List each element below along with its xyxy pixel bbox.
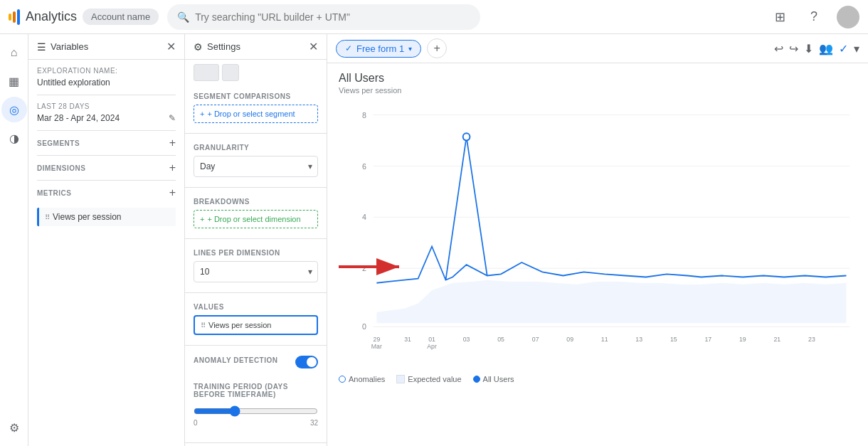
check-circle-button[interactable]: ✓	[839, 42, 848, 55]
settings-close-button[interactable]: ✕	[309, 40, 318, 53]
user-avatar[interactable]	[837, 6, 859, 28]
share-users-button[interactable]: 👥	[819, 42, 833, 55]
drop-dimension-plus-icon: +	[200, 215, 204, 223]
tab-dropdown-icon: ▾	[408, 45, 412, 53]
svg-rect-1	[339, 100, 857, 371]
training-period-labels: 0 32	[194, 419, 318, 427]
variables-panel-header: ☰ Variables ✕	[28, 34, 184, 60]
value-drag-icon: ⠿	[201, 322, 206, 329]
anomaly-detection-row: ANOMALY DETECTION	[194, 356, 318, 368]
chart-area: ✓ Free form 1 ▾ + ↩ ↪ ⬇ 👥 ✓ ▾ All Users …	[327, 34, 868, 446]
svg-text:0: 0	[362, 322, 366, 331]
metric-item-views-per-session[interactable]: ⠿ Views per session	[37, 208, 176, 226]
svg-text:23: 23	[808, 336, 815, 343]
chart-svg-container: 8 6 4 2 0 29 Mar 31	[339, 100, 857, 371]
svg-text:03: 03	[463, 336, 470, 343]
svg-point-12	[463, 133, 470, 140]
app-title: Analytics	[26, 9, 77, 24]
settings-gear-icon: ⚙	[194, 41, 203, 53]
chart-toolbar: ✓ Free form 1 ▾ + ↩ ↪ ⬇ 👥 ✓ ▾	[327, 34, 868, 63]
chart-tab-freeform1[interactable]: ✓ Free form 1 ▾	[336, 40, 421, 58]
svg-text:09: 09	[566, 336, 573, 343]
values-section: VALUES ⠿ Views per session	[185, 296, 327, 342]
tab-check-icon: ✓	[345, 43, 352, 53]
svg-text:Mar: Mar	[371, 343, 382, 350]
account-selector[interactable]: Account name	[83, 9, 159, 25]
training-period-section: TRAINING PERIOD (DAYS BEFORE TIMEFRAME) …	[185, 376, 327, 440]
svg-text:2: 2	[362, 264, 366, 272]
chart-title: All Users	[339, 72, 857, 85]
nav-reports-icon[interactable]: ▦	[1, 68, 27, 94]
value-item-zone[interactable]: ⠿ Views per session	[194, 315, 318, 335]
grid-icon-button[interactable]: ⊞	[768, 6, 791, 28]
training-period-slider[interactable]	[194, 405, 318, 417]
settings-panel-header: ⚙ Settings ✕	[185, 34, 327, 60]
granularity-select[interactable]: Day Hour Week Month	[194, 156, 318, 177]
topbar: Analytics Account name 🔍 ⊞ ?	[0, 0, 868, 34]
download-button[interactable]: ⬇	[804, 42, 813, 55]
add-segment-button[interactable]: +	[169, 137, 176, 149]
nav-advertising-icon[interactable]: ◑	[1, 125, 27, 151]
chart-subtitle: Views per session	[339, 86, 857, 95]
svg-text:21: 21	[774, 336, 781, 343]
drag-handle-icon: ⠿	[45, 213, 50, 221]
toggle-knob	[307, 357, 317, 367]
redo-button[interactable]: ↪	[789, 42, 798, 55]
search-input[interactable]	[195, 11, 470, 23]
settings-top-partial	[185, 60, 327, 81]
expected-value-box-icon	[396, 375, 405, 383]
svg-text:4: 4	[362, 213, 366, 221]
date-range-display[interactable]: Mar 28 - Apr 24, 2024 ✎	[37, 113, 176, 123]
nav-home-icon[interactable]: ⌂	[1, 40, 27, 65]
dimensions-section-header: DIMENSIONS +	[28, 156, 184, 180]
svg-text:19: 19	[739, 336, 746, 343]
topbar-left: Analytics Account name	[9, 9, 159, 25]
add-chart-tab-button[interactable]: +	[427, 38, 447, 58]
add-dimension-button[interactable]: +	[169, 161, 176, 174]
variables-title: ☰ Variables	[37, 41, 88, 53]
main-layout: ⌂ ▦ ◎ ◑ ⚙ ☰ Variables ✕ EXPLORATION NAME…	[0, 34, 868, 446]
add-metric-button[interactable]: +	[169, 186, 176, 199]
more-options-button[interactable]: ▾	[854, 42, 859, 55]
granularity-select-wrapper: Day Hour Week Month ▾	[194, 156, 318, 177]
chart-content: All Users Views per session 8 6 4	[327, 63, 868, 446]
undo-button[interactable]: ↩	[774, 42, 783, 55]
variables-panel: ☰ Variables ✕ EXPLORATION NAME: Untitled…	[28, 34, 185, 446]
svg-text:Apr: Apr	[427, 343, 437, 350]
lines-select[interactable]: 10 1 5 25	[194, 261, 318, 282]
analytics-logo	[9, 9, 20, 25]
anomaly-toggle[interactable]	[295, 356, 318, 368]
drop-segment-zone[interactable]: + + Drop or select segment	[194, 105, 318, 123]
drop-dimension-zone[interactable]: + + Drop or select dimension	[194, 210, 318, 228]
svg-text:07: 07	[532, 336, 539, 343]
variables-close-button[interactable]: ✕	[166, 40, 176, 53]
metrics-section-header: METRICS +	[28, 181, 184, 205]
legend-anomalies: Anomalies	[339, 375, 385, 383]
date-range-section: Last 28 days Mar 28 - Apr 24, 2024 ✎	[28, 95, 184, 130]
svg-text:11: 11	[601, 336, 608, 343]
svg-text:05: 05	[497, 336, 504, 343]
nav-explore-icon[interactable]: ◎	[1, 97, 27, 122]
chart-svg: 8 6 4 2 0 29 Mar 31	[339, 100, 857, 371]
legend-expected-value: Expected value	[396, 375, 461, 383]
chart-legend: Anomalies Expected value All Users	[339, 375, 857, 383]
drop-segment-plus-icon: +	[200, 110, 204, 118]
svg-text:8: 8	[362, 110, 366, 119]
date-range-edit-icon: ✎	[169, 113, 176, 123]
svg-text:31: 31	[404, 336, 411, 343]
segments-section-header: SEGMENTS +	[28, 131, 184, 155]
search-icon: 🔍	[177, 11, 189, 23]
nav-settings-icon[interactable]: ⚙	[1, 415, 27, 440]
settings-panel: ⚙ Settings ✕ SEGMENT COMPARISONS + + Dro…	[185, 34, 327, 446]
anomalies-circle-icon	[339, 376, 346, 383]
anomaly-detection-section: ANOMALY DETECTION	[185, 349, 327, 376]
lines-select-wrapper: 10 1 5 25 ▾	[194, 261, 318, 282]
help-icon-button[interactable]: ?	[803, 6, 825, 28]
svg-text:17: 17	[704, 336, 711, 343]
granularity-section: GRANULARITY Day Hour Week Month ▾	[185, 137, 327, 184]
svg-text:01: 01	[428, 336, 435, 343]
search-bar[interactable]: 🔍	[167, 4, 480, 30]
svg-text:15: 15	[670, 336, 677, 343]
legend-all-users: All Users	[473, 375, 514, 383]
lines-per-dimension-section: LINES PER DIMENSION 10 1 5 25 ▾	[185, 242, 327, 290]
